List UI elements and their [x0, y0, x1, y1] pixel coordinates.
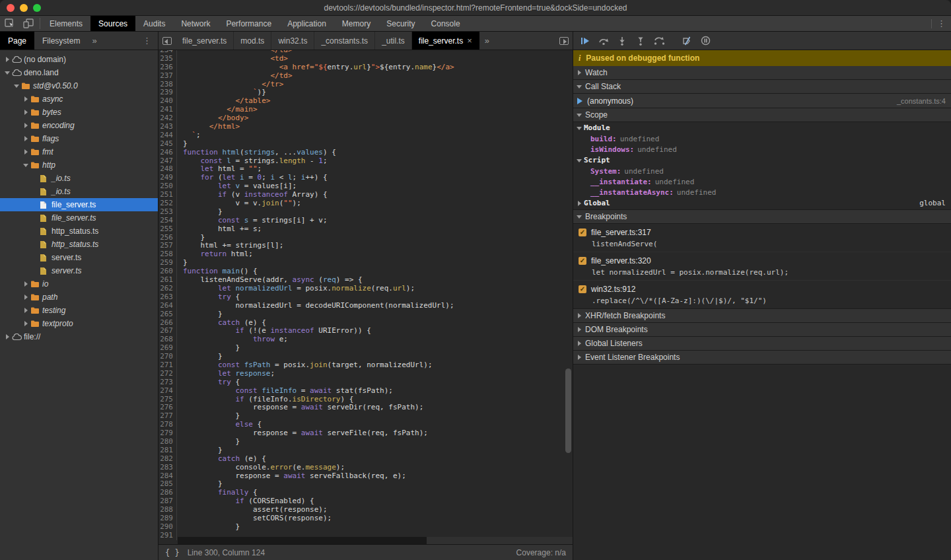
scope-property[interactable]: __instantiateAsync:undefined [573, 187, 951, 197]
kebab-menu-icon[interactable]: ⋮ [937, 20, 946, 27]
breakpoint-code: listenAndServe( [579, 238, 946, 248]
tree-item-file-server.ts[interactable]: file_server.ts [0, 211, 158, 225]
breakpoint-checkbox[interactable]: ✓ [579, 228, 586, 236]
editor-tab-file-server.ts[interactable]: file_server.ts× [412, 32, 479, 50]
minimize-window-button[interactable] [20, 4, 28, 12]
scope-group-module[interactable]: Module [573, 122, 951, 133]
toolbar-tab-sources[interactable]: Sources [90, 16, 135, 31]
line-number: 274 [158, 387, 177, 396]
tree-item-fmt[interactable]: fmt [0, 145, 158, 158]
inspect-cursor-icon[interactable] [4, 18, 16, 29]
tree-item-io.ts[interactable]: _io.ts [0, 185, 158, 198]
breakpoint-checkbox[interactable]: ✓ [579, 257, 586, 265]
tree-item-http-status.ts[interactable]: http_status.ts [0, 238, 158, 251]
breakpoint-item: ✓file_server.ts:320let normalizedUrl = p… [573, 252, 951, 281]
section-xhr-fetch-breakpoints[interactable]: XHR/fetch Breakpoints [573, 308, 951, 323]
zoom-window-button[interactable] [33, 4, 41, 12]
tree-item-no-domain[interactable]: (no domain) [0, 53, 158, 66]
section-watch[interactable]: Watch [573, 66, 951, 80]
call-stack-frame[interactable]: (anonymous)_constants.ts:4 [573, 94, 951, 108]
code-editor[interactable]: 234 </td>235 <td>236 <a href="${entry.ur… [158, 50, 573, 544]
coverage-status: Coverage: n/a [516, 548, 566, 557]
section-global-listeners[interactable]: Global Listeners [573, 336, 951, 351]
tree-item-server.ts[interactable]: server.ts [0, 251, 158, 264]
panel-left-icon[interactable] [158, 32, 176, 50]
navigator-tab-filesystem[interactable]: Filesystem [34, 32, 88, 50]
navigator-pane: PageFilesystem » ⋮ (no domain)deno.lands… [0, 32, 158, 560]
file-icon [40, 254, 52, 262]
tree-item-http[interactable]: http [0, 158, 158, 172]
close-window-button[interactable] [7, 4, 15, 12]
step-over-icon[interactable] [596, 34, 612, 48]
editor-tab-win32.ts[interactable]: win32.ts [271, 32, 314, 50]
tree-item-file[interactable]: file:// [0, 330, 158, 343]
panel-right-icon[interactable] [555, 32, 573, 50]
tree-item-textproto[interactable]: textproto [0, 317, 158, 330]
toolbar-tab-application[interactable]: Application [279, 16, 334, 31]
toolbar-tab-network[interactable]: Network [173, 16, 218, 31]
tree-item-path[interactable]: path [0, 291, 158, 304]
tree-item-io.ts[interactable]: _io.ts [0, 172, 158, 185]
toolbar-tab-audits[interactable]: Audits [135, 16, 173, 31]
tree-item-flags[interactable]: flags [0, 132, 158, 145]
toolbar-tab-memory[interactable]: Memory [334, 16, 378, 31]
step-out-icon[interactable] [633, 34, 649, 48]
breakpoint-location[interactable]: file_server.ts:320 [591, 256, 651, 265]
editor-tab-mod.ts[interactable]: mod.ts [234, 32, 271, 50]
overflow-chevron[interactable]: » [479, 32, 495, 50]
close-icon[interactable]: × [467, 36, 472, 46]
tree-item-bytes[interactable]: bytes [0, 106, 158, 119]
tree-item-encoding[interactable]: encoding [0, 119, 158, 132]
vertical-scrollbar[interactable] [565, 368, 571, 453]
step-into-icon[interactable] [614, 34, 630, 48]
scope-property[interactable]: isWindows:undefined [573, 144, 951, 155]
tree-item-label: std@v0.50.0 [33, 81, 78, 90]
breakpoint-checkbox[interactable]: ✓ [579, 285, 586, 293]
device-toolbar-icon[interactable] [22, 18, 34, 29]
deactivate-breakpoints-icon[interactable] [679, 34, 695, 48]
scrollbar-thumb[interactable] [178, 537, 427, 544]
scope-property[interactable]: __instantiate:undefined [573, 176, 951, 187]
step-icon[interactable] [651, 34, 667, 48]
breakpoint-location[interactable]: win32.ts:912 [591, 285, 635, 294]
scope-group-global[interactable]: Globalglobal [573, 197, 951, 209]
scope-group-script[interactable]: Script [573, 155, 951, 166]
section-event-listener-breakpoints[interactable]: Event Listener Breakpoints [573, 350, 951, 365]
property-name: isWindows: [590, 145, 634, 154]
tree-item-server.ts[interactable]: server.ts [0, 264, 158, 277]
tree-item-testing[interactable]: testing [0, 304, 158, 317]
section-call-stack[interactable]: Call Stack [573, 79, 951, 94]
tree-item-http-status.ts[interactable]: http_status.ts [0, 225, 158, 238]
horizontal-scrollbar[interactable] [178, 537, 573, 544]
folder-icon [30, 293, 42, 301]
tree-item-std-v0.50.0[interactable]: std@v0.50.0 [0, 79, 158, 92]
line-number: 280 [158, 438, 177, 446]
section-scope[interactable]: Scope [573, 108, 951, 122]
toolbar-tab-performance[interactable]: Performance [218, 16, 279, 31]
format-braces-icon[interactable]: { } [165, 548, 180, 557]
navigator-tab-page[interactable]: Page [0, 32, 34, 50]
resume-icon[interactable] [577, 34, 593, 48]
tree-item-label: deno.land [24, 68, 59, 77]
toolbar-tab-console[interactable]: Console [423, 16, 468, 31]
tree-item-async[interactable]: async [0, 92, 158, 106]
scope-property[interactable]: build:undefined [573, 133, 951, 144]
section-breakpoints[interactable]: Breakpoints [573, 209, 951, 224]
tree-item-deno.land[interactable]: deno.land [0, 66, 158, 79]
debugger-toolbar [573, 32, 951, 50]
pause-on-exceptions-icon[interactable] [697, 34, 713, 48]
toolbar-tab-elements[interactable]: Elements [42, 16, 90, 31]
breakpoint-location[interactable]: file_server.ts:317 [591, 228, 651, 237]
frame-location[interactable]: _constants.ts:4 [897, 97, 946, 105]
overflow-chevron[interactable]: » [88, 36, 100, 46]
editor-tab-constants.ts[interactable]: _constants.ts [314, 32, 375, 50]
section-dom-breakpoints[interactable]: DOM Breakpoints [573, 322, 951, 337]
scope-property[interactable]: System:undefined [573, 166, 951, 176]
toolbar-tab-security[interactable]: Security [378, 16, 423, 31]
tree-item-file-server.ts[interactable]: file_server.ts [0, 198, 158, 211]
tree-item-label: file:// [24, 332, 40, 341]
tree-item-io[interactable]: io [0, 277, 158, 291]
kebab-menu-icon[interactable]: ⋮ [143, 38, 158, 44]
editor-tab-util.ts[interactable]: _util.ts [375, 32, 412, 50]
editor-tab-file-server.ts[interactable]: file_server.ts [176, 32, 234, 50]
